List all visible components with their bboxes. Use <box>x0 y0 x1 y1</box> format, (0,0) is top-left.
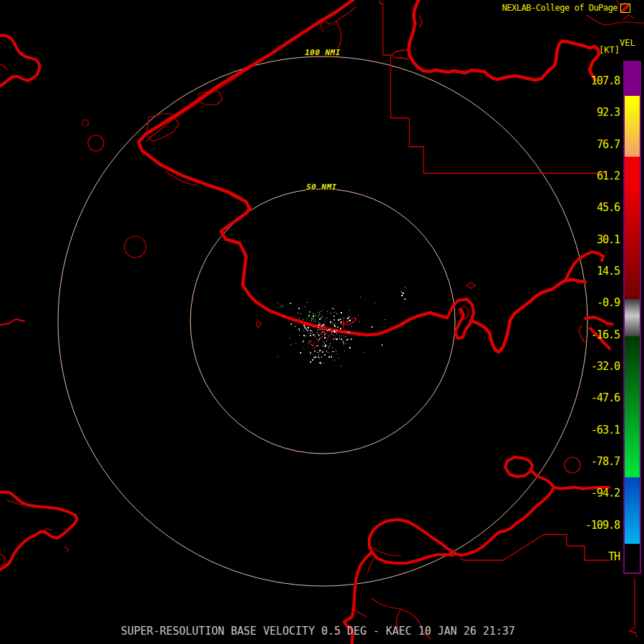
site-title-text: NEXLAB-College of DuPage <box>502 3 618 13</box>
coastline-path <box>0 35 39 86</box>
map-detail-path <box>0 64 7 69</box>
map-detail-path <box>355 610 366 617</box>
coastline-path <box>471 280 585 352</box>
map-detail-path <box>467 283 475 288</box>
map-detail-path <box>256 321 261 328</box>
colorbar-tick: 76.7 <box>597 138 620 151</box>
range-ring-50nmi <box>190 189 455 454</box>
map-detail-path <box>147 7 356 141</box>
colorbar-segment <box>625 544 640 572</box>
colorbar-tick: -47.6 <box>591 391 620 404</box>
colorbar-tick: -78.7 <box>591 455 620 468</box>
map-detail-path <box>623 15 634 19</box>
coastline-path <box>505 457 532 477</box>
colorbar-segment <box>625 102 640 157</box>
range-ring-100nmi <box>58 57 587 586</box>
echo-cluster-green-band <box>303 313 325 322</box>
colorbar-tick: -16.5 <box>591 328 620 341</box>
colorbar-unit-label: VEL <box>620 38 635 48</box>
colorbar-tick: 61.2 <box>597 170 620 182</box>
map-island-circle <box>88 135 104 151</box>
colorbar-tick: 45.6 <box>597 201 620 214</box>
coastline-path <box>0 319 24 325</box>
colorbar-tick: 107.8 <box>591 74 620 87</box>
colorbar-tick: 14.5 <box>597 265 620 278</box>
colorbar-tick: -0.9 <box>597 296 620 309</box>
colorbar-segment <box>625 299 640 316</box>
map-detail-path <box>587 15 644 25</box>
colorbar-tick: 92.3 <box>597 106 620 119</box>
site-title: NEXLAB-College of DuPage <box>502 3 630 13</box>
echo-cluster-red-lower <box>308 336 319 353</box>
radar-display: 100 NMI 50 NMI NEXLAB-College of DuPage … <box>0 0 644 644</box>
velocity-colorbar <box>623 61 641 574</box>
colorbar-tick: 30.1 <box>597 233 620 246</box>
colorbar-tick: -63.1 <box>591 424 620 436</box>
colorbar-tick: -109.8 <box>585 519 620 532</box>
range-ring-label-50nmi: 50 NMI <box>306 182 337 192</box>
nexlab-logo-icon <box>620 4 630 13</box>
map-detail-path <box>0 554 5 566</box>
map-detail-path <box>368 558 374 572</box>
radar-map <box>0 0 644 644</box>
map-island-circle <box>125 236 146 258</box>
range-ring-label-100nmi: 100 NMI <box>305 48 341 57</box>
colorbar-segment <box>625 336 640 477</box>
map-detail-path <box>419 16 422 27</box>
map-detail-path <box>579 326 585 342</box>
map-detail-path <box>629 578 637 637</box>
colorbar-tick: -94.2 <box>591 487 620 499</box>
status-bar: SUPER-RESOLUTION BASE VELOCITY 0.5 DEG -… <box>121 625 515 638</box>
coastline-path <box>447 299 474 338</box>
coastline-path <box>585 317 613 324</box>
map-detail-path <box>64 547 69 552</box>
colorbar-tick: -32.0 <box>591 360 620 373</box>
map-island-circle <box>565 457 580 473</box>
colorbar-tick: TH <box>608 550 620 563</box>
echo-cluster-green-left <box>275 301 284 309</box>
coastline-path <box>0 492 77 570</box>
colorbar-segment <box>625 477 640 544</box>
echo-cluster-white-right <box>401 287 406 300</box>
colorbar-segment <box>625 316 640 336</box>
map-island-circle <box>82 120 89 127</box>
colorbar-unit-bracket: [KT] <box>599 45 620 55</box>
colorbar-segment <box>625 157 640 185</box>
coastline-path <box>369 519 456 563</box>
colorbar-segment <box>625 185 640 299</box>
coastline-path <box>456 487 554 555</box>
colorbar-segment <box>625 62 640 96</box>
colorbar-segment <box>625 96 640 102</box>
